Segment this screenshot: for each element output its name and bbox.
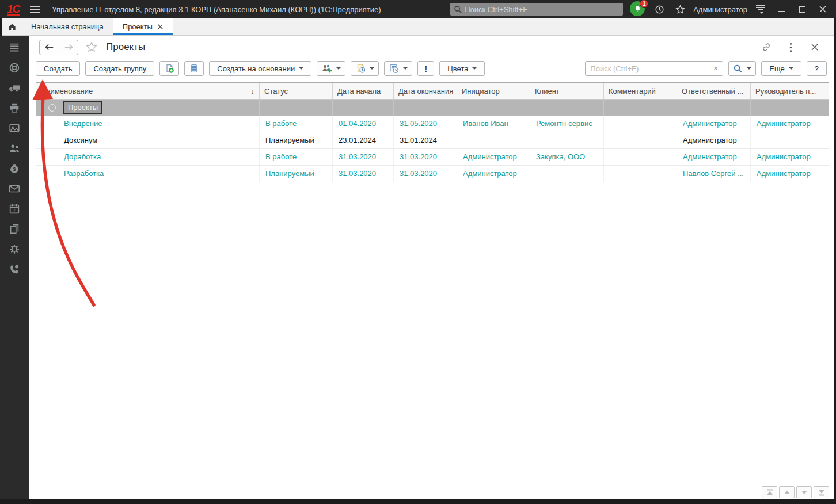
mail-icon[interactable] bbox=[8, 182, 21, 195]
global-search[interactable] bbox=[450, 3, 623, 16]
table-cell[interactable]: Администратор bbox=[677, 149, 751, 165]
table-cell[interactable]: Администратор bbox=[751, 166, 829, 182]
create-based-on-button[interactable]: Создать на основании bbox=[209, 61, 311, 76]
table-cell[interactable]: Разработка bbox=[36, 166, 260, 182]
group-cell[interactable] bbox=[457, 100, 530, 116]
table-cell[interactable]: 31.05.2020 bbox=[394, 116, 457, 132]
table-cell[interactable]: 01.04.2020 bbox=[333, 116, 394, 132]
table-cell[interactable]: Администратор bbox=[677, 132, 751, 148]
group-cell[interactable] bbox=[333, 100, 394, 116]
home-button[interactable] bbox=[2, 18, 22, 35]
list-view-button[interactable] bbox=[184, 61, 204, 76]
close-form-button[interactable] bbox=[808, 41, 821, 54]
scroll-up-button[interactable] bbox=[779, 486, 795, 498]
table-cell[interactable] bbox=[604, 149, 677, 165]
money-bag-icon[interactable]: $ bbox=[8, 162, 21, 175]
table-cell[interactable]: Администратор bbox=[457, 149, 530, 165]
table-cell[interactable]: 31.03.2020 bbox=[394, 166, 457, 182]
documents-icon[interactable] bbox=[8, 223, 21, 235]
maximize-button[interactable] bbox=[795, 2, 810, 16]
group-cell[interactable] bbox=[677, 100, 751, 116]
table-cell[interactable]: Администратор bbox=[751, 116, 829, 132]
table-cell[interactable]: 31.01.2024 bbox=[394, 132, 457, 148]
photos-icon[interactable] bbox=[8, 122, 21, 135]
printer-icon[interactable] bbox=[8, 102, 21, 114]
group-cell[interactable] bbox=[260, 100, 333, 116]
settings-gear-icon[interactable] bbox=[8, 243, 21, 255]
add-person-button[interactable] bbox=[317, 61, 345, 76]
column-header[interactable]: Ответственный ... bbox=[677, 83, 751, 99]
history-button[interactable] bbox=[652, 2, 667, 16]
group-cell[interactable]: Проекты bbox=[36, 100, 260, 116]
colors-button[interactable]: Цвета bbox=[439, 61, 485, 76]
table-cell[interactable] bbox=[604, 116, 677, 132]
collapse-icon[interactable] bbox=[48, 104, 56, 112]
table-cell[interactable] bbox=[604, 166, 677, 182]
group-cell[interactable] bbox=[751, 100, 829, 116]
table-cell[interactable]: В работе bbox=[260, 149, 333, 165]
table-cell[interactable]: 23.01.2024 bbox=[333, 132, 394, 148]
table-cell[interactable] bbox=[457, 132, 530, 148]
column-header[interactable]: Наименование↓ bbox=[36, 83, 260, 99]
column-header[interactable]: Статус bbox=[260, 83, 333, 99]
table-cell[interactable]: Доработка bbox=[36, 149, 260, 165]
table-cell[interactable]: Планируемый bbox=[260, 132, 333, 148]
scroll-bottom-button[interactable] bbox=[814, 486, 829, 498]
create-group-button[interactable]: Создать группу bbox=[85, 61, 154, 76]
importance-button[interactable]: ! bbox=[417, 61, 434, 76]
table-row[interactable]: ДоксинумПланируемый23.01.202431.01.2024А… bbox=[36, 132, 829, 149]
table-cell[interactable]: 31.03.2020 bbox=[333, 166, 394, 182]
table-cell[interactable]: Доксинум bbox=[36, 132, 260, 148]
table-cell[interactable]: 31.03.2020 bbox=[333, 149, 394, 165]
column-header[interactable]: Руководитель п... bbox=[751, 83, 829, 99]
list-schedule-button[interactable] bbox=[384, 61, 412, 76]
notifications-button[interactable]: 1 bbox=[630, 1, 646, 17]
table-cell[interactable]: В работе bbox=[260, 116, 333, 132]
forward-button[interactable] bbox=[59, 40, 78, 55]
table-cell[interactable]: Администратор bbox=[457, 166, 530, 182]
tab-projects[interactable]: Проекты bbox=[113, 18, 173, 35]
help-lifebuoy-icon[interactable] bbox=[8, 62, 21, 74]
scroll-top-button[interactable] bbox=[762, 486, 777, 498]
table-cell[interactable] bbox=[530, 132, 604, 148]
table-row[interactable]: ДоработкаВ работе31.03.202031.03.2020Адм… bbox=[36, 149, 829, 166]
column-header[interactable]: Клиент bbox=[530, 83, 604, 99]
table-cell[interactable] bbox=[530, 166, 604, 182]
search-settings-button[interactable] bbox=[728, 61, 756, 76]
table-cell[interactable] bbox=[604, 132, 677, 148]
global-search-input[interactable] bbox=[465, 5, 620, 14]
group-cell[interactable] bbox=[394, 100, 457, 116]
delivery-truck-icon[interactable] bbox=[8, 82, 21, 94]
service-menu-button[interactable] bbox=[753, 2, 768, 16]
scroll-down-button[interactable] bbox=[796, 486, 812, 498]
column-header[interactable]: Дата окончания bbox=[394, 83, 457, 99]
table-row[interactable]: РазработкаПланируемый31.03.202031.03.202… bbox=[36, 166, 829, 182]
current-user[interactable]: Администратор bbox=[693, 5, 747, 14]
back-button[interactable] bbox=[40, 40, 59, 55]
more-menu-button[interactable] bbox=[784, 41, 797, 54]
main-menu-button[interactable] bbox=[28, 3, 43, 16]
help-button[interactable]: ? bbox=[807, 61, 827, 76]
table-cell[interactable] bbox=[751, 132, 829, 148]
calendar-icon[interactable]: 7 bbox=[8, 203, 21, 215]
column-header[interactable]: Комментарий bbox=[604, 83, 677, 99]
table-cell[interactable]: Администратор bbox=[751, 149, 829, 165]
support-phone-icon[interactable] bbox=[8, 263, 21, 276]
create-button[interactable]: Создать bbox=[36, 61, 80, 76]
table-cell[interactable]: Планируемый bbox=[260, 166, 333, 182]
group-row[interactable]: Проекты bbox=[36, 100, 829, 116]
table-cell[interactable]: Закупка, ООО bbox=[530, 149, 604, 165]
column-header[interactable]: Дата начала bbox=[333, 83, 394, 99]
favorite-star-icon[interactable] bbox=[85, 41, 98, 54]
close-window-button[interactable] bbox=[815, 2, 830, 16]
table-row[interactable]: ВнедрениеВ работе01.04.202031.05.2020Ива… bbox=[36, 116, 829, 132]
table-cell[interactable]: Иванов Иван bbox=[457, 116, 530, 132]
main-menu-icon[interactable] bbox=[8, 41, 21, 54]
clear-search-button[interactable]: × bbox=[708, 62, 723, 75]
list-search-input[interactable] bbox=[586, 62, 708, 75]
minimize-button[interactable] bbox=[774, 2, 789, 16]
get-link-button[interactable] bbox=[760, 41, 773, 54]
team-icon[interactable] bbox=[8, 142, 21, 155]
more-button[interactable]: Еще bbox=[761, 61, 801, 76]
table-cell[interactable]: Внедрение bbox=[36, 116, 260, 132]
